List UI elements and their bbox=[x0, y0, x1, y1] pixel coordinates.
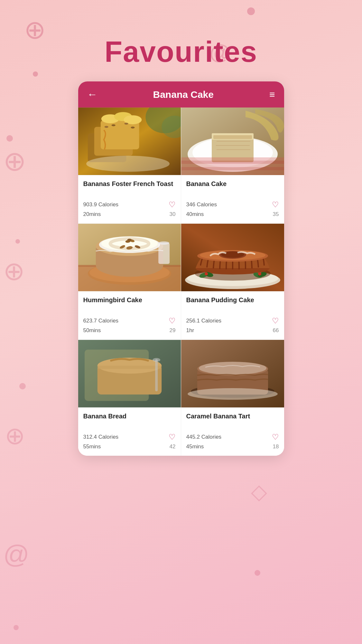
recipe-calories: 346 Calories bbox=[186, 201, 217, 208]
recipe-meta: 256.1 Calories ♡ bbox=[186, 316, 279, 325]
svg-point-31 bbox=[86, 156, 169, 172]
recipe-time: 55mins bbox=[83, 443, 101, 450]
recipe-card[interactable]: Banana Pudding Cake 256.1 Calories ♡ 1hr… bbox=[181, 223, 284, 340]
svg-rect-42 bbox=[181, 157, 284, 175]
recipe-meta: 445.2 Calories ♡ bbox=[186, 433, 279, 442]
recipe-image bbox=[78, 107, 181, 175]
recipe-meta: 623.7 Calories ♡ bbox=[83, 316, 176, 325]
recipe-calories: 256.1 Calories bbox=[186, 318, 222, 324]
recipe-calories: 445.2 Calories bbox=[186, 434, 222, 440]
svg-point-64 bbox=[158, 241, 169, 245]
svg-rect-38 bbox=[213, 135, 252, 139]
heart-icon[interactable]: ♡ bbox=[169, 200, 176, 209]
svg-point-62 bbox=[127, 239, 132, 241]
back-button[interactable]: ← bbox=[87, 89, 97, 100]
heart-icon[interactable]: ♡ bbox=[169, 433, 176, 442]
page-title: Favourites bbox=[0, 0, 362, 81]
recipe-name: Banana Bread bbox=[83, 412, 176, 429]
svg-rect-21 bbox=[100, 120, 139, 149]
recipe-image bbox=[181, 224, 284, 291]
recipe-meta: 346 Calories ♡ bbox=[186, 200, 279, 209]
svg-point-26 bbox=[111, 124, 115, 126]
heart-icon[interactable]: ♡ bbox=[272, 200, 279, 209]
recipe-time: 1hr bbox=[186, 327, 194, 334]
recipe-card[interactable]: Banana Bread 312.4 Calories ♡ 55mins 42 bbox=[78, 340, 181, 456]
card-header: ← Banana Cake ≡ bbox=[78, 81, 284, 107]
recipe-card[interactable]: Bananas Foster French Toast 903.9 Calori… bbox=[78, 107, 181, 223]
svg-point-15 bbox=[255, 570, 260, 576]
svg-rect-63 bbox=[158, 243, 170, 264]
heart-icon[interactable]: ♡ bbox=[272, 316, 279, 325]
recipe-time-row: 50mins 29 bbox=[83, 327, 176, 334]
recipe-card[interactable]: Hummingbird Cake 623.7 Calories ♡ 50mins… bbox=[78, 223, 181, 340]
recipe-count: 42 bbox=[170, 443, 176, 450]
recipe-time: 45mins bbox=[186, 443, 204, 450]
recipe-info: Banana Bread 312.4 Calories ♡ 55mins 42 bbox=[78, 407, 181, 450]
svg-text:@: @ bbox=[3, 540, 29, 569]
heart-icon[interactable]: ♡ bbox=[169, 316, 176, 325]
heart-icon[interactable]: ♡ bbox=[272, 433, 279, 442]
svg-point-27 bbox=[124, 123, 128, 125]
header-title: Banana Cake bbox=[153, 89, 214, 100]
recipe-info: Hummingbird Cake 623.7 Calories ♡ 50mins… bbox=[78, 291, 181, 334]
filter-button[interactable]: ≡ bbox=[269, 89, 275, 100]
svg-point-25 bbox=[104, 126, 108, 128]
recipe-meta: 903.9 Calories ♡ bbox=[83, 200, 176, 209]
recipe-name: Banana Pudding Cake bbox=[186, 296, 279, 313]
recipe-count: 30 bbox=[170, 211, 176, 218]
recipe-count: 66 bbox=[273, 327, 279, 334]
recipe-time: 20mins bbox=[83, 211, 101, 218]
svg-point-94 bbox=[199, 362, 266, 375]
recipe-info: Bananas Foster French Toast 903.9 Calori… bbox=[78, 175, 181, 218]
svg-rect-43 bbox=[181, 161, 284, 164]
recipe-time: 40mins bbox=[186, 211, 204, 218]
recipe-time-row: 1hr 66 bbox=[186, 327, 279, 334]
recipe-count: 29 bbox=[170, 327, 176, 334]
recipe-name: Hummingbird Cake bbox=[83, 296, 176, 313]
svg-text:◇: ◇ bbox=[251, 480, 267, 503]
recipe-meta: 312.4 Calories ♡ bbox=[83, 433, 176, 442]
recipe-info: Banana Cake 346 Calories ♡ 40mins 35 bbox=[181, 175, 284, 218]
svg-point-80 bbox=[258, 272, 261, 275]
recipe-name: Caramel Banana Tart bbox=[186, 412, 279, 429]
recipe-calories: 903.9 Calories bbox=[83, 201, 119, 208]
recipe-calories: 312.4 Calories bbox=[83, 434, 119, 440]
recipe-name: Banana Cake bbox=[186, 180, 279, 196]
recipe-image bbox=[78, 224, 181, 291]
recipe-info: Caramel Banana Tart 445.2 Calories ♡ 45m… bbox=[181, 407, 284, 450]
svg-point-88 bbox=[153, 358, 160, 362]
recipe-time-row: 40mins 35 bbox=[186, 211, 279, 218]
recipe-time-row: 20mins 30 bbox=[83, 211, 176, 218]
recipe-name: Bananas Foster French Toast bbox=[83, 180, 176, 196]
recipe-image bbox=[181, 340, 284, 407]
recipe-info: Banana Pudding Cake 256.1 Calories ♡ 1hr… bbox=[181, 291, 284, 334]
recipe-card[interactable]: Banana Cake 346 Calories ♡ 40mins 35 bbox=[181, 107, 284, 223]
recipe-calories: 623.7 Calories bbox=[83, 318, 119, 324]
recipe-time: 50mins bbox=[83, 327, 101, 334]
svg-point-16 bbox=[14, 625, 19, 630]
recipe-count: 18 bbox=[273, 443, 279, 450]
recipe-count: 35 bbox=[273, 211, 279, 218]
svg-rect-44 bbox=[181, 167, 284, 170]
recipe-image bbox=[78, 340, 181, 407]
recipe-card[interactable]: Caramel Banana Tart 445.2 Calories ♡ 45m… bbox=[181, 340, 284, 456]
svg-point-77 bbox=[205, 272, 208, 275]
recipe-grid: Bananas Foster French Toast 903.9 Calori… bbox=[78, 107, 284, 456]
recipe-image bbox=[181, 107, 284, 175]
svg-rect-87 bbox=[155, 359, 158, 391]
svg-rect-86 bbox=[97, 366, 161, 369]
svg-point-95 bbox=[188, 388, 278, 400]
recipe-time-row: 45mins 18 bbox=[186, 443, 279, 450]
svg-point-28 bbox=[131, 126, 135, 128]
recipe-list-card: ← Banana Cake ≡ bbox=[78, 81, 284, 456]
recipe-time-row: 55mins 42 bbox=[83, 443, 176, 450]
